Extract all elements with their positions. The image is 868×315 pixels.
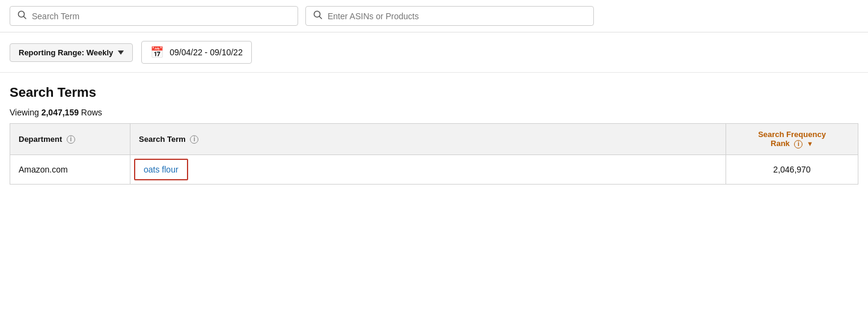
viewing-suffix: Rows	[79, 108, 102, 117]
controls-row: Reporting Range: Weekly 📅 09/04/22 - 09/…	[0, 32, 868, 73]
department-info-icon[interactable]: i	[67, 135, 75, 144]
search-term-info-icon[interactable]: i	[190, 135, 198, 144]
col-sfr: Search FrequencyRank i ▼	[726, 124, 858, 155]
viewing-row: Viewing 2,047,159 Rows	[0, 103, 868, 123]
section-title: Search Terms	[0, 73, 868, 103]
cell-department: Amazon.com	[10, 154, 130, 184]
col-search-term: Search Term i	[130, 124, 726, 155]
col-department: Department i	[10, 124, 130, 155]
search-term-box[interactable]	[10, 6, 298, 26]
search-term-icon	[17, 10, 27, 22]
cell-search-term: oats flour	[130, 154, 726, 184]
viewing-prefix: Viewing	[10, 108, 41, 117]
results-table: Department i Search Term i Search Freque…	[10, 123, 858, 185]
table-header-row: Department i Search Term i Search Freque…	[10, 124, 858, 155]
sfr-sort-arrow-icon: ▼	[807, 140, 813, 147]
asin-search-box[interactable]	[305, 6, 594, 26]
asin-input[interactable]	[328, 11, 586, 21]
asin-search-icon	[313, 10, 323, 22]
top-bar	[0, 0, 868, 32]
date-picker[interactable]: 📅 09/04/22 - 09/10/22	[141, 41, 251, 64]
table-row: Amazon.com oats flour 2,046,970	[10, 154, 858, 184]
search-term-link[interactable]: oats flour	[144, 165, 179, 174]
results-table-wrapper: Department i Search Term i Search Freque…	[0, 123, 868, 185]
svg-line-1	[24, 17, 26, 19]
reporting-range-button[interactable]: Reporting Range: Weekly	[10, 43, 133, 62]
search-term-input[interactable]	[32, 11, 290, 21]
sfr-info-icon[interactable]: i	[794, 140, 802, 148]
chevron-down-icon	[118, 50, 124, 55]
calendar-icon: 📅	[150, 46, 164, 59]
viewing-count: 2,047,159	[41, 108, 79, 117]
reporting-range-label: Reporting Range: Weekly	[19, 48, 113, 57]
svg-line-3	[320, 17, 322, 19]
cell-sfr: 2,046,970	[726, 154, 858, 184]
date-range-text: 09/04/22 - 09/10/22	[170, 47, 242, 57]
